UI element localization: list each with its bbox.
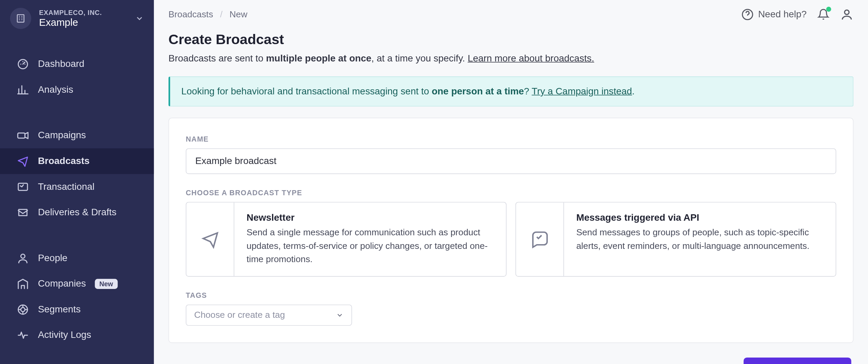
type-label: CHOOSE A BROADCAST TYPE (186, 188, 836, 197)
activitylogs-icon (17, 329, 29, 341)
banner-text-c: . (632, 86, 635, 96)
breadcrumb-current: New (230, 10, 248, 19)
sidebar-item-deliveries-drafts[interactable]: Deliveries & Drafts (0, 200, 154, 225)
tags-placeholder: Choose or create a tag (194, 310, 285, 320)
learn-more-link[interactable]: Learn more about broadcasts. (468, 53, 594, 63)
sidebar-item-label: Transactional (38, 181, 95, 193)
broadcast-type-card-0[interactable]: NewsletterSend a single message for comm… (186, 202, 507, 277)
svg-rect-0 (17, 15, 24, 22)
topbar: Broadcasts / New Need help? (154, 0, 868, 23)
footer-actions: Cancel Create Broadcast (168, 358, 853, 364)
api-message-icon (516, 202, 564, 276)
name-input[interactable] (186, 148, 836, 174)
user-icon (840, 8, 853, 21)
megaphone-icon (186, 202, 234, 276)
sidebar-item-segments[interactable]: Segments (0, 297, 154, 323)
sidebar-item-label: Deliveries & Drafts (38, 207, 116, 218)
breadcrumb: Broadcasts / New (168, 10, 247, 20)
info-banner: Looking for behavioral and transactional… (168, 76, 853, 107)
sidebar-item-label: Analysis (38, 84, 73, 95)
sidebar-item-label: Activity Logs (38, 330, 91, 341)
sidebar-item-label: People (38, 253, 68, 264)
sidebar-item-transactional[interactable]: Transactional (0, 174, 154, 200)
breadcrumb-sep: / (220, 10, 222, 19)
name-label: NAME (186, 135, 836, 144)
workspace-parent: EXAMPLECO, INC. (39, 8, 127, 16)
card-title: Newsletter (247, 213, 494, 224)
breadcrumb-root[interactable]: Broadcasts (168, 10, 213, 19)
deliveries-icon (17, 206, 29, 219)
account-button[interactable] (840, 8, 853, 21)
svg-rect-2 (18, 133, 25, 138)
sidebar-item-people[interactable]: People (0, 245, 154, 271)
tags-select[interactable]: Choose or create a tag (186, 305, 352, 326)
banner-text-a: Looking for behavioral and transactional… (181, 86, 432, 96)
content: Create Broadcast Broadcasts are sent to … (154, 23, 868, 364)
page-desc-b: , at a time you specify. (372, 53, 468, 63)
dashboard-icon (17, 58, 29, 70)
sidebar-item-label: Broadcasts (38, 156, 90, 167)
chevron-down-icon (135, 14, 144, 23)
sidebar-item-companies[interactable]: CompaniesNew (0, 271, 154, 297)
sidebar-item-campaigns[interactable]: Campaigns (0, 123, 154, 148)
sidebar-item-activity-logs[interactable]: Activity Logs (0, 322, 154, 348)
help-link[interactable]: Need help? (741, 8, 807, 21)
banner-text-b: ? (524, 86, 532, 96)
page-desc-strong: multiple people at once (266, 53, 371, 63)
sidebar-item-label: Campaigns (38, 130, 86, 141)
card-desc: Send a single message for communication … (247, 226, 494, 266)
main: Broadcasts / New Need help? (154, 0, 868, 364)
sidebar: EXAMPLECO, INC. Example DashboardAnalysi… (0, 0, 154, 364)
svg-rect-3 (18, 183, 28, 190)
svg-point-6 (21, 308, 25, 312)
workspace-name: Example (39, 16, 127, 28)
form-panel: NAME CHOOSE A BROADCAST TYPE NewsletterS… (168, 118, 853, 343)
sidebar-item-label: Companies (38, 278, 86, 290)
workspace-switcher[interactable]: EXAMPLECO, INC. Example (0, 0, 154, 37)
broadcast-type-card-1[interactable]: Messages triggered via APISend messages … (516, 202, 836, 277)
analysis-icon (17, 84, 29, 96)
segments-icon (17, 304, 29, 316)
page-title: Create Broadcast (168, 31, 853, 48)
help-icon (741, 8, 754, 21)
sidebar-item-label: Dashboard (38, 58, 85, 70)
sidebar-nav: DashboardAnalysisCampaignsBroadcastsTran… (0, 51, 154, 364)
workspace-logo (10, 8, 31, 29)
card-desc: Send messages to groups of people, such … (576, 226, 824, 253)
people-icon (17, 252, 29, 264)
create-broadcast-button[interactable]: Create Broadcast (744, 358, 851, 364)
transactional-icon (17, 181, 29, 193)
broadcasts-icon (17, 155, 29, 167)
companies-icon (17, 278, 29, 290)
banner-text-strong: one person at a time (432, 86, 524, 96)
campaigns-icon (17, 129, 29, 142)
new-badge: New (95, 279, 117, 289)
sidebar-item-broadcasts[interactable]: Broadcasts (0, 148, 154, 174)
page-description: Broadcasts are sent to multiple people a… (168, 53, 853, 64)
chevron-down-icon (336, 311, 344, 319)
campaign-link[interactable]: Try a Campaign instead (532, 86, 632, 96)
notification-dot (826, 7, 831, 12)
sidebar-item-label: Segments (38, 304, 81, 315)
svg-point-8 (845, 10, 849, 15)
page-desc-a: Broadcasts are sent to (168, 53, 266, 63)
sidebar-item-dashboard[interactable]: Dashboard (0, 51, 154, 77)
svg-point-4 (21, 254, 25, 258)
card-title: Messages triggered via API (576, 213, 824, 224)
sidebar-item-analysis[interactable]: Analysis (0, 77, 154, 103)
help-label: Need help? (758, 9, 807, 20)
notifications-button[interactable] (817, 8, 830, 21)
tags-label: TAGS (186, 291, 836, 299)
